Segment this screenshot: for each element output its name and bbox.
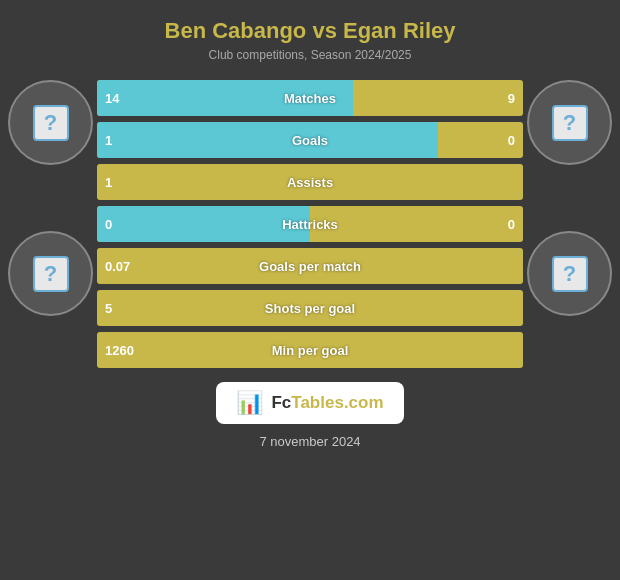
stat-bar-fill-3 [97,206,310,242]
stat-val-left-3: 0 [105,217,112,232]
stat-val-left-6: 1260 [105,343,134,358]
stat-bar-bg-4: Goals per match0.07 [97,248,523,284]
stat-bar-bg-0: Matches149 [97,80,523,116]
stat-row-4: Goals per match0.07 [97,248,523,284]
stat-row-2: Assists1 [97,164,523,200]
stat-label-2: Assists [287,175,333,190]
stat-label-1: Goals [292,133,328,148]
subtitle: Club competitions, Season 2024/2025 [209,48,412,62]
stat-val-right-1: 0 [508,133,515,148]
logo-area: 📊 FcTables.com [216,382,403,424]
stat-row-3: Hattricks00 [97,206,523,242]
left-avatars: ? ? [8,80,93,316]
stat-val-left-5: 5 [105,301,112,316]
stat-row-1: Goals10 [97,122,523,158]
avatar-question-icon4: ? [552,256,588,292]
stat-label-4: Goals per match [259,259,361,274]
stat-bar-bg-3: Hattricks00 [97,206,523,242]
stat-bar-bg-6: Min per goal1260 [97,332,523,368]
logo-icon: 📊 [236,390,263,416]
stat-row-0: Matches149 [97,80,523,116]
stat-val-right-3: 0 [508,217,515,232]
stat-val-left-0: 14 [105,91,119,106]
stat-bar-bg-5: Shots per goal5 [97,290,523,326]
stat-val-left-2: 1 [105,175,112,190]
stat-val-right-0: 9 [508,91,515,106]
avatar-question-icon: ? [33,105,69,141]
stat-bar-bg-2: Assists1 [97,164,523,200]
stat-label-3: Hattricks [282,217,338,232]
stat-label-5: Shots per goal [265,301,355,316]
stat-row-5: Shots per goal5 [97,290,523,326]
stat-row-6: Min per goal1260 [97,332,523,368]
player1-avatar-top: ? [8,80,93,165]
right-avatars: ? ? [527,80,612,316]
player1-avatar-bottom: ? [8,231,93,316]
stat-label-6: Min per goal [272,343,349,358]
avatar-question-icon2: ? [33,256,69,292]
stat-bar-fill-1 [97,122,438,158]
stat-bar-bg-1: Goals10 [97,122,523,158]
stat-label-0: Matches [284,91,336,106]
logo-text: FcTables.com [271,393,383,413]
stat-val-left-4: 0.07 [105,259,130,274]
date-text: 7 november 2024 [259,434,360,449]
stats-container: Matches149Goals10Assists1Hattricks00Goal… [97,80,523,368]
page-title: Ben Cabango vs Egan Riley [165,18,456,44]
stat-val-left-1: 1 [105,133,112,148]
player2-avatar-top: ? [527,80,612,165]
avatar-question-icon3: ? [552,105,588,141]
player2-avatar-bottom: ? [527,231,612,316]
